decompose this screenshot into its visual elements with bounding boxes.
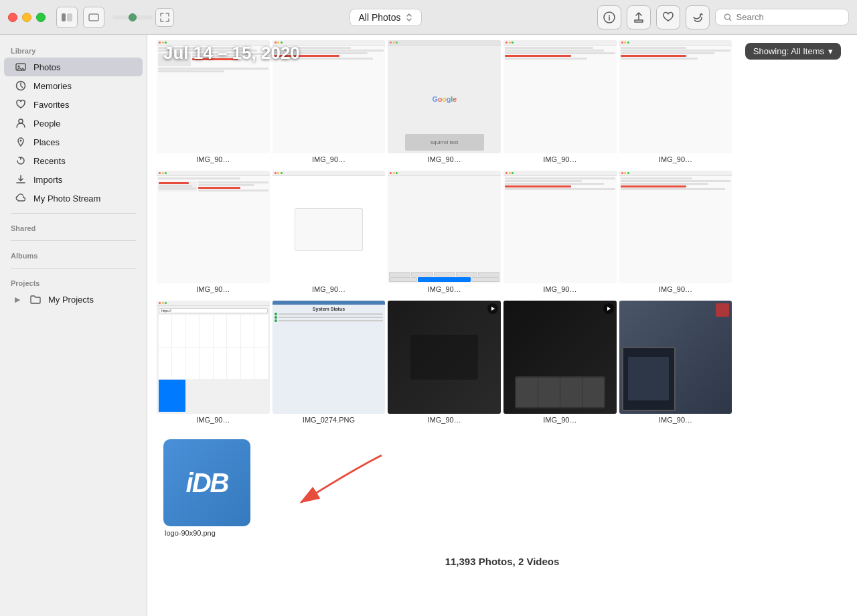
list-item[interactable]: IMG_90… bbox=[388, 301, 501, 426]
info-button[interactable] bbox=[597, 5, 621, 29]
search-bar[interactable] bbox=[715, 9, 849, 25]
recents-icon bbox=[15, 155, 27, 167]
list-item[interactable]: IMG_90… bbox=[157, 171, 270, 296]
sidebar-item-photostream[interactable]: My Photo Stream bbox=[4, 189, 143, 208]
list-item[interactable]: IMG_90… bbox=[619, 171, 732, 296]
arrow-annotation bbox=[248, 442, 395, 522]
shared-divider bbox=[11, 240, 136, 241]
zoom-slider[interactable] bbox=[112, 15, 153, 19]
list-item[interactable]: IMG_90… bbox=[388, 171, 501, 296]
people-icon bbox=[15, 117, 27, 129]
shared-section-label: Shared bbox=[0, 219, 147, 235]
date-heading: Jul 14 – 15, 2020 bbox=[163, 43, 300, 63]
maximize-button[interactable] bbox=[36, 13, 46, 22]
sidebar-toggle-button[interactable] bbox=[56, 7, 78, 28]
photo-thumbnail bbox=[388, 171, 501, 284]
chevron-updown-icon bbox=[405, 13, 413, 22]
sidebar-item-places[interactable]: Places bbox=[4, 133, 143, 151]
content-header-section: IMG_90… bbox=[147, 35, 857, 545]
svg-point-6 bbox=[18, 66, 20, 68]
photos-row-2: IMG_90… IMG_90… bbox=[154, 168, 850, 299]
aspect-ratio-button[interactable] bbox=[83, 7, 104, 28]
aspect-icon bbox=[88, 13, 99, 22]
favorites-button[interactable] bbox=[656, 5, 680, 29]
main-layout: Library Photos Memories bbox=[0, 35, 857, 616]
list-item[interactable]: Google squirrel test IMG_90… bbox=[388, 40, 501, 165]
photo-thumbnail bbox=[503, 40, 617, 153]
photo-thumbnail bbox=[503, 301, 617, 414]
photo-label: IMG_90… bbox=[503, 283, 617, 295]
list-item[interactable]: https:// bbox=[157, 301, 270, 426]
minimize-button[interactable] bbox=[22, 13, 31, 22]
sidebar-people-label: People bbox=[33, 119, 60, 129]
projects-section-label: Projects bbox=[0, 274, 147, 290]
share-icon bbox=[633, 11, 645, 23]
imports-icon bbox=[15, 173, 27, 185]
zoom-control bbox=[112, 8, 174, 27]
svg-rect-1 bbox=[67, 13, 72, 21]
photo-count-label: 11,393 Photos, 2 Videos bbox=[445, 556, 560, 567]
all-photos-label: All Photos bbox=[358, 12, 400, 23]
list-item[interactable]: IMG_90… bbox=[503, 40, 617, 165]
list-item[interactable]: IMG_90… bbox=[503, 301, 617, 426]
rotate-button[interactable] bbox=[686, 5, 710, 29]
photo-thumbnail bbox=[619, 301, 732, 414]
library-divider bbox=[11, 213, 136, 214]
photo-thumbnail: System Status bbox=[272, 301, 386, 414]
photo-thumbnail bbox=[619, 171, 732, 284]
sidebar-imports-label: Imports bbox=[33, 175, 62, 185]
date-heading-overlay: Jul 14 – 15, 2020 bbox=[163, 43, 300, 64]
photo-thumbnail bbox=[619, 40, 732, 153]
photo-label: IMG_90… bbox=[157, 414, 270, 426]
photo-label: IMG_90… bbox=[157, 153, 270, 165]
close-button[interactable] bbox=[8, 13, 17, 22]
photos-icon bbox=[15, 61, 27, 73]
list-item[interactable]: IMG_90… bbox=[503, 171, 617, 296]
photo-thumbnail bbox=[157, 171, 270, 284]
sidebar-item-myprojects[interactable]: ▶ My Projects bbox=[4, 290, 143, 309]
svg-point-9 bbox=[20, 140, 22, 142]
photo-label: IMG_90… bbox=[388, 414, 501, 426]
sidebar-item-people[interactable]: People bbox=[4, 114, 143, 133]
sidebar-item-photos[interactable]: Photos bbox=[4, 58, 143, 76]
svg-rect-0 bbox=[62, 13, 66, 21]
photo-thumbnail bbox=[503, 171, 617, 284]
places-icon bbox=[15, 136, 27, 148]
list-item[interactable]: iDB logo-90x90.png bbox=[163, 439, 250, 540]
list-item[interactable]: System Status IMG_0274.PNG bbox=[272, 301, 386, 426]
content-area: IMG_90… bbox=[147, 35, 857, 616]
favorites-sidebar-icon bbox=[15, 98, 27, 110]
photo-label: IMG_90… bbox=[619, 153, 732, 165]
sidebar-recents-label: Recents bbox=[33, 156, 66, 166]
list-item[interactable]: IMG_90… bbox=[272, 171, 386, 296]
folder-icon bbox=[29, 293, 42, 305]
sidebar-item-memories[interactable]: Memories bbox=[4, 76, 143, 95]
traffic-lights bbox=[8, 13, 46, 22]
all-photos-picker[interactable]: All Photos bbox=[349, 9, 421, 26]
search-input[interactable] bbox=[736, 12, 840, 22]
sidebar-favorites-label: Favorites bbox=[33, 100, 69, 110]
list-item[interactable]: IMG_90… bbox=[619, 40, 732, 165]
sidebar-photos-label: Photos bbox=[33, 62, 60, 72]
photo-label: IMG_90… bbox=[272, 153, 386, 165]
list-item[interactable]: IMG_90… bbox=[619, 301, 732, 426]
showing-badge[interactable]: Showing: All Items ▾ bbox=[745, 43, 841, 60]
expand-arrow-icon: ▶ bbox=[15, 295, 20, 304]
sidebar-item-favorites[interactable]: Favorites bbox=[4, 95, 143, 114]
fullscreen-button[interactable] bbox=[155, 8, 174, 27]
info-icon bbox=[603, 11, 615, 23]
sidebar-places-label: Places bbox=[33, 137, 60, 147]
sidebar-item-imports[interactable]: Imports bbox=[4, 170, 143, 189]
chevron-down-icon: ▾ bbox=[828, 46, 833, 56]
footer-count: 11,393 Photos, 2 Videos bbox=[147, 545, 857, 578]
sidebar-item-recents[interactable]: Recents bbox=[4, 151, 143, 170]
heart-icon bbox=[662, 11, 674, 23]
idb-filename-label: logo-90x90.png bbox=[163, 526, 217, 540]
first-row-container: IMG_90… bbox=[154, 35, 850, 168]
photo-label: IMG_90… bbox=[388, 283, 501, 295]
search-icon bbox=[724, 13, 732, 22]
share-button[interactable] bbox=[627, 5, 651, 29]
svg-rect-2 bbox=[89, 14, 98, 21]
fullscreen-icon bbox=[160, 13, 169, 22]
photo-thumbnail bbox=[388, 301, 501, 414]
